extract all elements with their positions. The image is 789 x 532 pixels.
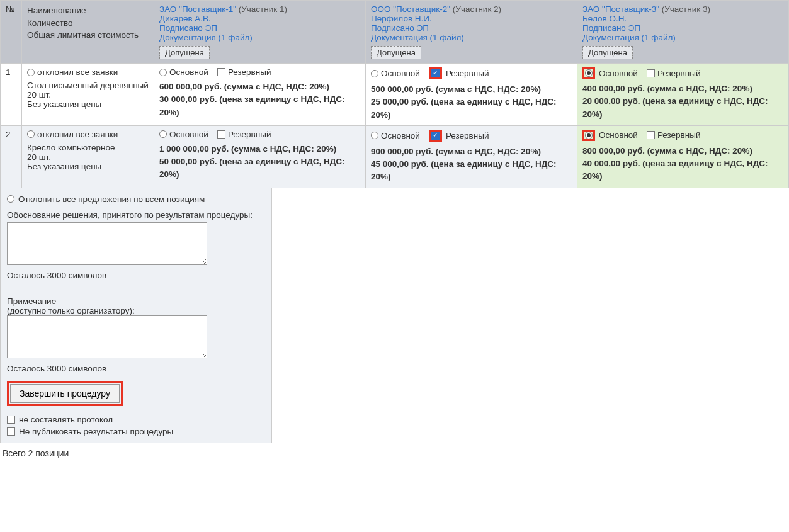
header-supplier-1: ЗАО "Поставщик-1" (Участник 1) Дикарев А… [154,1,366,64]
note-textarea[interactable] [7,315,207,358]
supplier-participant: (Участник 2) [453,4,501,14]
offer-main-label: Основной [169,130,208,139]
offer-unit-price: 50 000,00 руб. (цена за единицу с НДС, Н… [159,156,360,181]
offer-main-radio[interactable] [159,69,167,76]
offer-cell: ОсновнойРезервный400 000,00 руб. (сумма … [577,64,789,126]
item-line: Без указания цены [27,99,149,109]
offer-main-label: Основной [381,131,420,140]
item-line: 20 шт. [27,90,149,99]
supplier-status-badge: Допущена [159,46,210,59]
offer-main-radio[interactable] [159,130,167,138]
supplier-docs-link[interactable]: Документация (1 файл) [159,33,253,42]
offer-sum: 500 000,00 руб. (сумма с НДС, НДС: 20%) [371,83,572,96]
offer-unit-price: 30 000,00 руб. (цена за единицу с НДС, Н… [159,93,360,119]
finish-button-highlight: Завершить процедуру [7,381,123,406]
chars-left-1: Осталось 3000 символов [7,271,265,280]
offer-reserve-label: Резервный [657,130,701,140]
supplier-company-link[interactable]: ООО "Поставщик-2" [371,4,450,14]
supplier-person-link[interactable]: Белов О.Н. [582,14,627,23]
note-label-2: (доступно только организатору): [7,306,265,315]
no-publish-label: Не публиковать результаты процедуры [19,427,173,436]
offers-table: № Наименование Количество Общая лимитная… [0,0,789,188]
supplier-status-badge: Допущена [582,46,633,59]
item-line: Кресло компьютерное [27,143,149,152]
offer-cell: ОсновнойРезервный900 000,00 руб. (сумма … [366,125,577,188]
chars-left-2: Осталось 3000 символов [7,364,265,373]
offer-main-label: Основной [599,130,638,140]
row-num: 2 [1,125,22,188]
note-label-1: Примечание [7,297,265,306]
offer-main-radio[interactable] [371,132,378,139]
supplier-person-link[interactable]: Перфилов Н.И. [371,14,432,23]
supplier-person-link[interactable]: Дикарев А.В. [159,14,211,23]
offer-reserve-checkbox[interactable] [647,69,655,77]
offer-sum: 800 000,00 руб. (сумма с НДС, НДС: 20%) [582,145,783,157]
offer-sum: 900 000,00 руб. (сумма с НДС, НДС: 20%) [371,145,572,158]
supplier-docs-link[interactable]: Документация (1 файл) [371,33,464,42]
header-row: № Наименование Количество Общая лимитная… [1,1,789,64]
supplier-signed-link[interactable]: Подписано ЭП [371,23,429,33]
offer-reserve-checkbox[interactable] [217,130,225,139]
supplier-participant: (Участник 3) [662,4,710,14]
offer-cell: ОсновнойРезервный800 000,00 руб. (сумма … [577,125,789,188]
offer-unit-price: 25 000,00 руб. (цена за единицу с НДС, Н… [371,96,572,122]
offer-reserve-label: Резервный [228,130,271,139]
decision-label: Обоснование решения, принятого по резуль… [7,210,265,220]
header-supplier-2: ООО "Поставщик-2" (Участник 2) Перфилов … [366,1,577,64]
table-row: 2отклонил все заявкиКресло компьютерное2… [1,125,789,188]
offer-cell: ОсновнойРезервный500 000,00 руб. (сумма … [366,64,577,126]
item-line: Без указания цены [27,162,149,171]
item-line: 20 шт. [27,152,149,162]
table-row: 1отклонил все заявкиСтол письменный дере… [1,64,789,126]
supplier-company-link[interactable]: ЗАО "Поставщик-3" [582,4,659,14]
supplier-signed-link[interactable]: Подписано ЭП [159,23,217,33]
offer-main-radio[interactable] [371,70,378,77]
no-protocol-label: не составлять протокол [19,415,113,424]
offer-main-radio[interactable] [585,69,593,77]
offer-sum: 400 000,00 руб. (сумма с НДС, НДС: 20%) [582,82,783,95]
item-line: Стол письменный деревянный [27,81,149,90]
no-publish-checkbox[interactable] [7,427,15,436]
offer-unit-price: 45 000,00 руб. (цена за единицу с НДС, Н… [371,158,572,184]
supplier-docs-link[interactable]: Документация (1 файл) [582,33,676,42]
reject-all-radio[interactable] [27,130,35,138]
offer-main-label: Основной [169,67,208,77]
offer-main-label: Основной [381,69,420,78]
row-num: 1 [1,64,22,126]
offer-reserve-checkbox[interactable] [431,69,440,77]
header-name: Наименование Количество Общая лимитная с… [22,1,154,64]
offer-reserve-label: Резервный [446,131,489,140]
header-name-line: Количество [27,17,149,30]
supplier-participant: (Участник 1) [239,4,287,14]
offer-reserve-label: Резервный [446,69,489,78]
offer-main-radio[interactable] [585,132,593,139]
finish-procedure-button[interactable]: Завершить процедуру [10,384,120,403]
offer-unit-price: 20 000,00 руб. (цена за единицу с НДС, Н… [582,95,783,121]
offer-reserve-checkbox[interactable] [217,68,225,76]
header-name-line: Наименование [27,4,149,17]
offer-reserve-label: Резервный [228,67,271,77]
reject-all-positions-radio[interactable] [7,195,14,203]
offer-reserve-checkbox[interactable] [431,132,440,140]
header-supplier-3: ЗАО "Поставщик-3" (Участник 3) Белов О.Н… [577,1,789,64]
no-protocol-checkbox[interactable] [7,416,15,424]
row-item-cell: отклонил все заявкиКресло компьютерное20… [22,125,154,188]
reject-all-positions-label: Отклонить все предложения по всем позици… [18,195,205,204]
supplier-status-badge: Допущена [371,46,421,59]
total-positions: Всего 2 позиции [0,443,789,463]
header-name-line: Общая лимитная стоимость [27,29,149,42]
row-item-cell: отклонил все заявкиСтол письменный дерев… [22,64,154,126]
offer-reserve-label: Резервный [657,69,701,78]
reject-all-label: отклонил все заявки [37,130,118,139]
reject-all-label: отклонил все заявки [37,67,118,77]
offer-sum: 600 000,00 руб. (сумма с НДС, НДС: 20%) [159,81,360,93]
bottom-panel: Отклонить все предложения по всем позици… [0,188,272,443]
decision-textarea[interactable] [7,222,207,265]
supplier-company-link[interactable]: ЗАО "Поставщик-1" [159,4,236,14]
offer-reserve-checkbox[interactable] [647,131,655,139]
offer-main-label: Основной [599,69,638,78]
reject-all-radio[interactable] [27,69,35,76]
supplier-signed-link[interactable]: Подписано ЭП [582,23,640,33]
offer-unit-price: 40 000,00 руб. (цена за единицу с НДС, Н… [582,157,783,183]
offer-cell: ОсновнойРезервный1 000 000,00 руб. (сумм… [154,125,366,188]
